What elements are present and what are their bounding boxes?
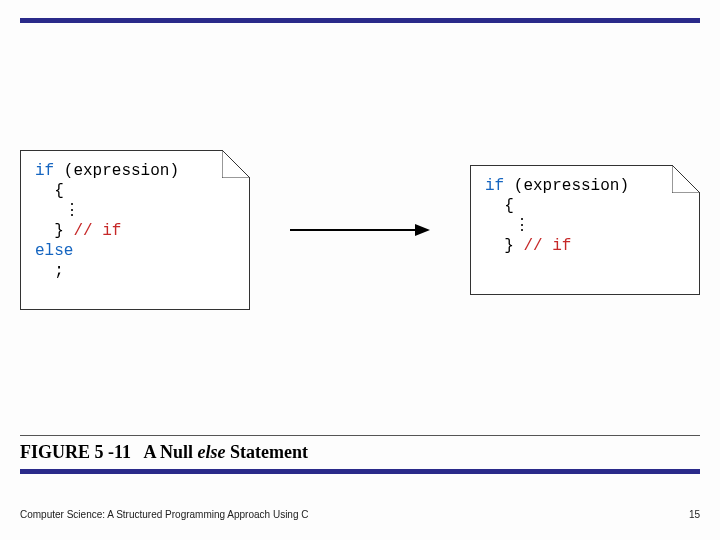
code-box-right: if (expression) { ⋮ } // if <box>470 165 700 295</box>
code-right: if (expression) { ⋮ } // if <box>485 176 629 256</box>
figure-title-suffix: Statement <box>226 442 308 462</box>
figure-content: if (expression) { ⋮ } // if else ; if (e… <box>20 150 700 310</box>
page-fold-icon <box>672 165 700 193</box>
code-left: if (expression) { ⋮ } // if else ; <box>35 161 179 281</box>
arrow-icon <box>285 220 435 240</box>
page-fold-icon <box>222 150 250 178</box>
figure-title-prefix: A Null <box>144 442 198 462</box>
code-box-left: if (expression) { ⋮ } // if else ; <box>20 150 250 310</box>
footer: Computer Science: A Structured Programmi… <box>20 509 700 520</box>
figure-title-em: else <box>198 442 226 462</box>
figure-caption: FIGURE 5 -11 A Null else Statement <box>20 440 700 467</box>
top-rule <box>20 18 700 23</box>
figure-label: FIGURE 5 -11 <box>20 442 131 462</box>
thin-rule <box>20 435 700 436</box>
thick-rule <box>20 469 700 474</box>
footer-text: Computer Science: A Structured Programmi… <box>20 509 308 520</box>
caption-block: FIGURE 5 -11 A Null else Statement <box>20 435 700 474</box>
page-number: 15 <box>689 509 700 520</box>
svg-marker-4 <box>415 224 430 236</box>
